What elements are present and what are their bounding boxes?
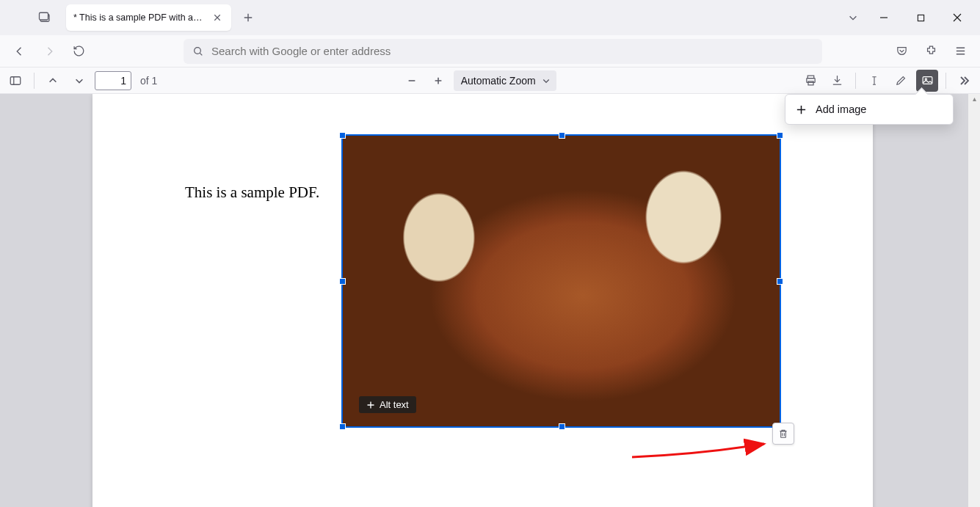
resize-handle-l[interactable] — [339, 278, 346, 285]
alt-text-button[interactable]: Alt text — [359, 396, 416, 413]
tab-title: * This is a sample PDF with an imag — [73, 12, 205, 23]
svg-rect-7 — [807, 81, 813, 85]
window-close-button[interactable] — [940, 6, 974, 29]
extensions-button[interactable] — [918, 39, 943, 64]
svg-rect-2 — [918, 15, 923, 21]
chevron-down-icon — [542, 76, 551, 85]
page-count-label: of 1 — [140, 75, 157, 87]
zoom-out-button[interactable] — [401, 70, 423, 92]
prev-page-button[interactable] — [42, 70, 64, 92]
app-menu-button[interactable] — [948, 39, 973, 64]
download-button[interactable] — [826, 70, 848, 92]
recent-browsing-button[interactable] — [34, 7, 56, 29]
spacer-icon — [6, 7, 28, 29]
pdf-viewport[interactable]: This is a sample PDF. Alt text — [0, 94, 980, 507]
plus-icon — [796, 104, 807, 115]
resize-handle-t[interactable] — [559, 132, 565, 139]
separator — [34, 73, 35, 89]
zoom-in-button[interactable] — [427, 70, 449, 92]
pdf-toolbar: of 1 Automatic Zoom Add image — [0, 68, 980, 94]
document-text: This is a sample PDF. — [185, 183, 319, 202]
pdf-page[interactable]: This is a sample PDF. Alt text — [92, 94, 873, 507]
add-image-label: Add image — [816, 103, 866, 115]
annotation-arrow — [628, 435, 775, 464]
reload-button[interactable] — [66, 39, 91, 64]
resize-handle-bl[interactable] — [339, 423, 346, 430]
selected-image[interactable]: Alt text — [341, 134, 781, 428]
forward-button[interactable] — [37, 39, 62, 64]
more-tools-button[interactable] — [954, 70, 976, 92]
image-content — [343, 136, 780, 426]
add-image-menu-item[interactable]: Add image — [788, 98, 950, 121]
scrollbar-vertical[interactable]: ▴ — [968, 94, 980, 507]
new-tab-button[interactable] — [237, 7, 259, 29]
browser-tabstrip: * This is a sample PDF with an imag — [0, 0, 980, 35]
window-minimize-button[interactable] — [867, 6, 901, 29]
alt-text-label: Alt text — [380, 399, 409, 410]
svg-rect-8 — [923, 77, 932, 84]
back-button[interactable] — [7, 39, 32, 64]
zoom-select[interactable]: Automatic Zoom — [454, 70, 556, 91]
plus-icon — [366, 401, 375, 409]
search-icon — [192, 45, 204, 57]
list-tabs-button[interactable] — [842, 7, 864, 29]
browser-navbar — [0, 35, 980, 68]
print-button[interactable] — [799, 70, 821, 92]
svg-rect-4 — [10, 76, 21, 84]
browser-tab[interactable]: * This is a sample PDF with an imag — [66, 4, 231, 31]
page-number-input[interactable] — [95, 71, 131, 90]
image-tool-dropdown: Add image — [785, 94, 954, 125]
window-maximize-button[interactable] — [904, 6, 937, 29]
delete-image-button[interactable] — [772, 423, 794, 445]
image-tool-button[interactable] — [916, 70, 938, 92]
close-tab-button[interactable] — [211, 11, 224, 24]
next-page-button[interactable] — [68, 70, 90, 92]
resize-handle-r[interactable] — [777, 278, 783, 285]
svg-rect-10 — [781, 431, 786, 438]
resize-handle-tr[interactable] — [777, 132, 783, 139]
address-bar[interactable] — [184, 39, 822, 64]
draw-tool-button[interactable] — [890, 70, 912, 92]
zoom-label: Automatic Zoom — [461, 75, 536, 87]
save-to-pocket-button[interactable] — [889, 39, 914, 64]
text-tool-button[interactable] — [863, 70, 885, 92]
resize-handle-b[interactable] — [559, 423, 565, 430]
svg-rect-1 — [40, 12, 48, 20]
svg-point-3 — [195, 47, 201, 54]
separator — [855, 73, 856, 89]
address-input[interactable] — [211, 45, 813, 57]
scroll-up-icon[interactable]: ▴ — [970, 94, 979, 103]
resize-handle-tl[interactable] — [339, 132, 346, 139]
toggle-sidebar-button[interactable] — [4, 70, 26, 92]
separator — [945, 73, 946, 89]
